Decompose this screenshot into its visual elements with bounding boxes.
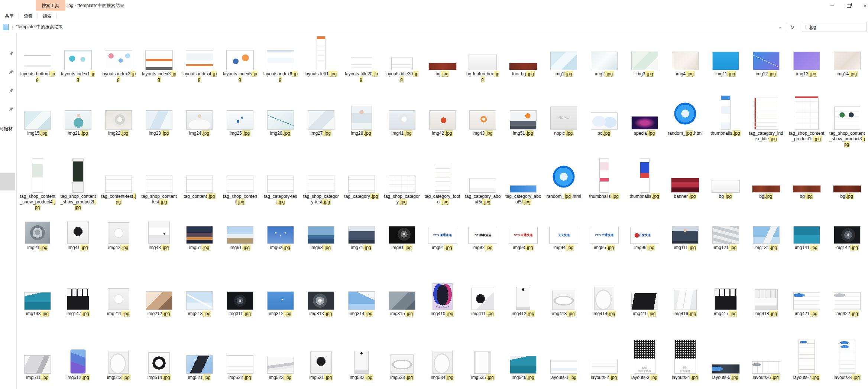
file-item[interactable]: img511.jpg (17, 345, 58, 389)
file-item[interactable]: img4.jpg (665, 33, 706, 94)
file-item[interactable]: img415.jpg (625, 282, 665, 345)
refresh-button[interactable]: ↻ (786, 22, 798, 32)
file-item[interactable]: img131.jpg (746, 219, 786, 282)
file-item[interactable]: img21.jpg (58, 94, 98, 157)
file-item[interactable]: tag_category-test.jpg (260, 157, 301, 219)
file-item[interactable]: img1.jpg (544, 33, 584, 94)
file-item[interactable]: img513.jpg (98, 345, 139, 389)
file-item[interactable]: img141.jpg (786, 219, 827, 282)
file-item[interactable]: layouts-index2.jpg (98, 33, 139, 94)
file-item[interactable]: img13.jpg (786, 33, 827, 94)
file-item[interactable]: img111.jpg (665, 219, 706, 282)
file-item[interactable]: img143.jpg (17, 282, 58, 345)
file-item[interactable]: img25.jpg (220, 94, 260, 157)
file-item[interactable]: STO 申通快递img93.jpg (503, 219, 544, 282)
file-item[interactable]: img61.jpg (220, 219, 260, 282)
file-item[interactable]: img414.jpg (584, 282, 625, 345)
file-item[interactable]: bg.jpg (827, 157, 867, 219)
file-item[interactable]: img3.jpg (625, 33, 665, 94)
file-item[interactable]: tag_shop_content-test.jpg (139, 157, 179, 219)
file-item[interactable]: img315.jpg (382, 282, 422, 345)
address-dropdown-button[interactable]: ⌄ (774, 22, 786, 32)
file-item[interactable]: layouts-title20.jpg (341, 33, 382, 94)
file-item[interactable]: img22.jpg (98, 94, 139, 157)
file-item[interactable]: Redmi Note7img410.jpg (422, 282, 463, 345)
file-item[interactable]: bg.jpg (786, 157, 827, 219)
file-item[interactable]: img2.jpg (584, 33, 625, 94)
file-item[interactable]: img43.jpg (463, 94, 503, 157)
file-item[interactable]: layouts-index3.jpg (139, 33, 179, 94)
file-item[interactable]: layouts-index6.jpg (260, 33, 301, 94)
file-item[interactable]: NOPICnopic.jpg (544, 94, 584, 157)
file-item[interactable]: img213.jpg (179, 282, 220, 345)
search-tools-contextual-tab[interactable]: 搜索工具 (36, 0, 65, 11)
restore-button[interactable] (841, 0, 857, 11)
file-item[interactable]: tag_content-test.jpg (98, 157, 139, 219)
file-item[interactable]: layouts-8.jpg (827, 345, 867, 389)
file-item[interactable]: img121.jpg (705, 219, 746, 282)
file-item[interactable]: tag_shop_content.jpg (220, 157, 260, 219)
file-item[interactable]: img212.jpg (139, 282, 179, 345)
file-item[interactable]: img512.jpg (58, 345, 98, 389)
file-item[interactable]: layouts-1.jpg (544, 345, 584, 389)
search-box[interactable]: × (802, 22, 867, 32)
file-item[interactable]: layouts-bottom.jpg (17, 33, 58, 94)
file-item[interactable]: thumbnails.jpg (584, 157, 625, 219)
file-item[interactable]: img43.jpg (139, 219, 179, 282)
file-item[interactable]: img311.jpg (220, 282, 260, 345)
file-item[interactable]: bg.jpg (705, 157, 746, 219)
file-item[interactable]: img412.jpg (503, 282, 544, 345)
file-item[interactable]: img62.jpg (260, 219, 301, 282)
file-item[interactable]: layouts-title30.jpg (382, 33, 422, 94)
file-item[interactable]: img312.jpg (260, 282, 301, 345)
file-item[interactable]: 天天快递img94.jpg (544, 219, 584, 282)
file-item[interactable]: ZTO 中通快递img95.jpg (584, 219, 625, 282)
file-item[interactable]: tag_shop_content_product1r.jpg (786, 94, 827, 157)
file-item[interactable]: img41.jpg (58, 219, 98, 282)
file-item[interactable]: img546.jpg (503, 345, 544, 389)
file-item[interactable]: img521.jpg (179, 345, 220, 389)
file-item[interactable]: tag_category_about5l.jpg (503, 157, 544, 219)
file-item[interactable]: tag_shop_content_show_product4.jpg (17, 157, 58, 219)
sidebar-item-label[interactable]: 建局报材 (0, 126, 13, 132)
file-item[interactable]: img411.jpg (463, 282, 503, 345)
file-item[interactable]: img42.jpg (422, 94, 463, 157)
file-item[interactable]: img535.jpg (463, 345, 503, 389)
file-item[interactable]: img413.jpg (544, 282, 584, 345)
minimize-button[interactable] (824, 0, 841, 11)
tab-view[interactable]: 查看 (19, 11, 38, 21)
file-item[interactable]: random_jpg.html (665, 94, 706, 157)
file-item[interactable]: SF 顺丰速运img92.jpg (463, 219, 503, 282)
breadcrumb[interactable]: "template"中的搜索结果 (16, 24, 63, 30)
file-item[interactable]: img533.jpg (382, 345, 422, 389)
file-item[interactable]: img71.jpg (341, 219, 382, 282)
file-item[interactable]: foot-bg.jpg (503, 33, 544, 94)
file-item[interactable]: layouts-7.jpg (786, 345, 827, 389)
file-item[interactable]: img532.jpg (341, 345, 382, 389)
file-item[interactable]: img27.jpg (301, 94, 341, 157)
file-item[interactable]: layouts-index5.jpg (220, 33, 260, 94)
pin-icon[interactable] (9, 88, 14, 93)
pin-icon[interactable] (9, 107, 14, 111)
file-item[interactable]: tag_shop_category-test.jpg (301, 157, 341, 219)
file-item[interactable]: img21.jpg (17, 219, 58, 282)
file-item[interactable]: 扫描 访问手机版layouts-3.jpg (625, 345, 665, 389)
file-item[interactable]: pc.jpg (584, 94, 625, 157)
file-item[interactable]: tag_category_foot-ul.jpg (422, 157, 463, 219)
file-item[interactable]: img28.jpg (341, 94, 382, 157)
file-item[interactable]: img514.jpg (139, 345, 179, 389)
file-item[interactable]: specia.jpg (625, 94, 665, 157)
file-item[interactable]: tag_category.jpg (341, 157, 382, 219)
file-item[interactable]: img15.jpg (17, 94, 58, 157)
file-item[interactable]: img63.jpg (301, 219, 341, 282)
file-item[interactable]: img523.jpg (260, 345, 301, 389)
file-item[interactable]: img14.jpg (827, 33, 867, 94)
file-item[interactable]: img422.jpg (827, 282, 867, 345)
file-item[interactable]: img51.jpg (503, 94, 544, 157)
file-item[interactable]: img24.jpg (179, 94, 220, 157)
file-item[interactable]: tag_shop_content_show_product3.jpg (827, 94, 867, 157)
file-item[interactable]: layouts-5.jpg (705, 345, 746, 389)
file-item[interactable]: img418.jpg (746, 282, 786, 345)
file-item[interactable]: img26.jpg (260, 94, 301, 157)
file-item[interactable]: layouts-index4.jpg (179, 33, 220, 94)
